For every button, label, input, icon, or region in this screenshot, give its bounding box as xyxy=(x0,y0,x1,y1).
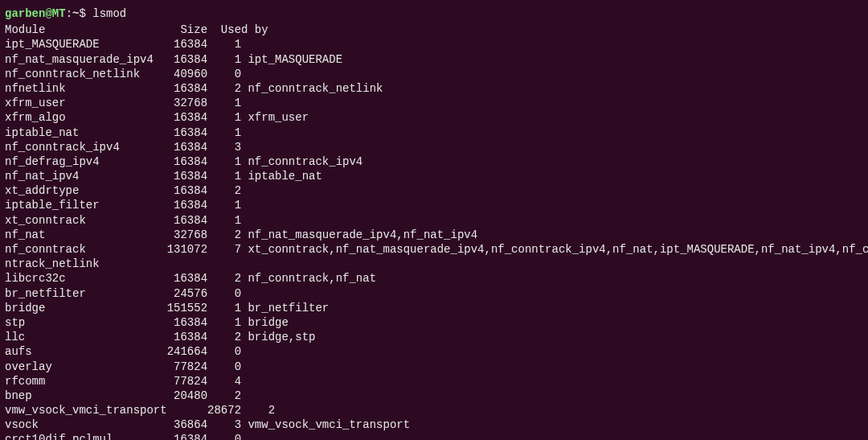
prompt-at: @ xyxy=(45,7,51,20)
shell-prompt-line[interactable]: garben@MT:~$ lsmod xyxy=(5,6,863,21)
prompt-dollar: $ xyxy=(79,7,92,20)
prompt-colon: : xyxy=(66,7,72,20)
prompt-host: MT xyxy=(52,7,66,20)
terminal-output: Module Size Used by ipt_MASQUERADE 16384… xyxy=(5,23,863,440)
prompt-user: garben xyxy=(5,7,45,20)
command-text: lsmod xyxy=(92,7,126,20)
